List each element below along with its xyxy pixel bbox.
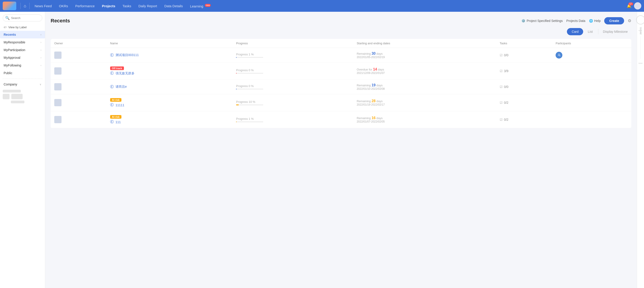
- view-toggle: Card List Display Milestone: [51, 28, 631, 35]
- name-cell: Off track Ⓔ 强无敌无群多: [106, 62, 232, 80]
- col-participants: Participants: [552, 39, 631, 48]
- progress-fill: [236, 57, 236, 58]
- days-number: 16: [372, 116, 376, 120]
- search-box[interactable]: 🔍: [3, 14, 42, 22]
- progress-bar: [236, 73, 263, 74]
- name-cell: At risk Ⓔ 11111: [106, 94, 232, 111]
- progress-bar: [236, 88, 263, 90]
- project-type-icon: Ⓔ: [110, 120, 114, 124]
- help-link[interactable]: 🌐 Help: [589, 19, 601, 22]
- sidebar-company[interactable]: Company ∨: [0, 81, 45, 88]
- projects-table: Owner Name Progress Starting and ending …: [51, 39, 631, 128]
- date-range: 2022/01/07-2022/02/05: [356, 120, 492, 123]
- project-name-link[interactable]: 请而且e: [116, 85, 127, 89]
- task-checkbox-icon: ☑: [500, 85, 503, 88]
- collapse-icon[interactable]: —: [638, 60, 643, 65]
- project-name-link[interactable]: 强无敌无群多: [116, 72, 134, 76]
- nav-projects[interactable]: Projects: [98, 4, 119, 8]
- nav-performance[interactable]: Performance: [72, 4, 98, 8]
- nav-okrs[interactable]: OKRs: [56, 4, 72, 8]
- task-count: 0/2: [504, 118, 508, 122]
- name-cell: Ⓔ 测试项目003111: [106, 48, 232, 62]
- header-actions: ⚙️ Project Specified Settings Projects D…: [522, 17, 631, 24]
- progress-bar: [236, 122, 263, 122]
- dates-cell: Remaining 19 days 2022/01/10-2022/02/08: [353, 80, 496, 94]
- sidebar-item-myresponsible[interactable]: MyResponsible ›: [0, 38, 45, 46]
- owner-cell: [51, 94, 106, 111]
- user-avatar[interactable]: [634, 2, 641, 10]
- projects-data-link[interactable]: Projects Data: [566, 19, 586, 22]
- remaining-label: Remaining 28 days: [356, 99, 492, 103]
- sidebar-item-myapproval[interactable]: MyApproval ›: [0, 54, 45, 62]
- progress-cell: Progress 0 %: [232, 62, 353, 80]
- project-name-link[interactable]: 111: [116, 120, 121, 124]
- nav-data-details[interactable]: Data Details: [161, 4, 186, 8]
- project-name-link[interactable]: 11111: [116, 103, 124, 107]
- app-logo[interactable]: [3, 2, 16, 10]
- remaining-label: Overdue for 14 days: [356, 67, 492, 72]
- task-count: 0/0: [504, 85, 508, 88]
- col-tasks: Tasks: [496, 39, 552, 48]
- nav-tasks[interactable]: Tasks: [119, 4, 135, 8]
- view-by-label[interactable]: 🏷 View by Label: [0, 24, 45, 31]
- main-content: Recents ⚙️ Project Specified Settings Pr…: [45, 12, 637, 288]
- project-settings-link[interactable]: ⚙️ Project Specified Settings: [522, 19, 563, 22]
- sidebar-item-recents[interactable]: Recents ›: [0, 31, 45, 38]
- table-row: At risk Ⓔ 11111 Progress 10 % Remaining: [51, 94, 631, 111]
- nav-daily-report[interactable]: Daily Report: [135, 4, 161, 8]
- owner-cell: [51, 111, 106, 128]
- progress-label: Progress 0 %: [236, 84, 350, 88]
- table-body: Ⓔ 测试项目003111 Progress 1 % Remaining 30 d…: [51, 48, 631, 128]
- name-cell: At risk Ⓔ 111: [106, 111, 232, 128]
- toggle-divider: [598, 29, 598, 34]
- nav-learning[interactable]: Learning new: [186, 4, 214, 8]
- progress-cell: Progress 10 %: [232, 94, 353, 111]
- notification-button[interactable]: 🔔 57: [627, 4, 631, 8]
- status-badge: Off track: [110, 66, 124, 70]
- days-number: 30: [372, 52, 376, 56]
- project-name-link[interactable]: 测试项目003111: [116, 53, 139, 57]
- home-icon[interactable]: ⌂: [24, 4, 26, 8]
- tasks-cell: ☑ 3/9: [496, 62, 552, 80]
- owner-thumbnail: [54, 116, 62, 123]
- task-count: 3/9: [504, 69, 508, 73]
- create-button[interactable]: Create: [604, 17, 624, 24]
- progress-cell: Progress 1 %: [232, 48, 353, 62]
- owner-cell: [51, 62, 106, 80]
- remaining-label: Remaining 16 days: [356, 116, 492, 120]
- sidebar-item-myparticipation[interactable]: MyParticipation ›: [0, 46, 45, 54]
- task-checkbox-icon: ☑: [500, 118, 503, 122]
- nav-news-feed[interactable]: News Feed: [31, 4, 56, 8]
- participants-cell: 马: [552, 48, 631, 62]
- participants-cell: [552, 80, 631, 94]
- table-row: Ⓔ 请而且e Progress 0 % Remaining 19 days: [51, 80, 631, 94]
- progress-label: Progress 1 %: [236, 53, 350, 56]
- table-row: Off track Ⓔ 强无敌无群多 Progress 0 % Overdue: [51, 62, 631, 80]
- sidebar-item-myfollowing[interactable]: MyFollowing ›: [0, 62, 45, 69]
- chevron-right-icon: ›: [40, 48, 42, 51]
- col-dates: Starting and ending dates: [353, 39, 496, 48]
- tasks-cell: ☑ 0/0: [496, 48, 552, 62]
- list-view-button[interactable]: List: [583, 28, 597, 35]
- sidebar-item-public[interactable]: Public: [0, 69, 45, 77]
- notification-count: 57: [628, 2, 633, 6]
- project-type-icon: Ⓔ: [110, 103, 114, 108]
- sidebar-blurred-content: [0, 88, 45, 105]
- project-type-icon: Ⓔ: [110, 71, 114, 76]
- participants-cell: [552, 94, 631, 111]
- table-row: At risk Ⓔ 111 Progress 1 % Remaining 16: [51, 111, 631, 128]
- participants-cell: [552, 62, 631, 80]
- card-view-button[interactable]: Card: [567, 28, 583, 35]
- top-navigation: ⌂ News Feed OKRs Performance Projects Ta…: [0, 0, 644, 12]
- col-name: Name: [106, 39, 232, 48]
- unfold-button[interactable]: ‹ Unfold: [639, 26, 642, 34]
- label-icon: 🏷: [4, 26, 6, 29]
- page-title: Recents: [51, 18, 70, 24]
- search-input[interactable]: [11, 16, 40, 20]
- participant-avatar: 马: [556, 52, 562, 58]
- display-milestone-button[interactable]: Display Milestone: [599, 28, 631, 35]
- progress-cell: Progress 1 %: [232, 111, 353, 128]
- settings-icon[interactable]: ⚙: [628, 18, 631, 23]
- app-layout: 🔍 🏷 View by Label Recents › MyResponsibl…: [0, 12, 644, 288]
- project-type-icon: Ⓔ: [110, 84, 114, 89]
